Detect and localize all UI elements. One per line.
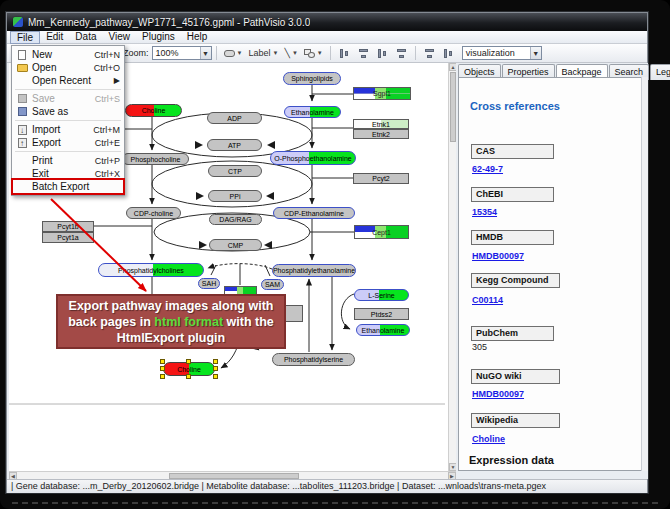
pathway-node-sah[interactable]: SAH <box>198 278 220 289</box>
pathway-node-etnk2[interactable]: Etnk2 <box>353 129 409 139</box>
stack-vertical-icon[interactable] <box>423 47 436 60</box>
crossref-link-hmdb00097[interactable]: HMDB00097 <box>472 251 524 261</box>
pathway-node-choline-top[interactable]: Choline <box>125 104 182 117</box>
file-menu-item-open-recent[interactable]: Open Recent▶ <box>13 74 123 87</box>
pathway-node-pcyt1b[interactable]: Pcyt1b <box>42 221 94 232</box>
pathway-node-ethanolamine-top[interactable]: Ethanolamine <box>284 106 341 118</box>
crossref-source-kegg-compound: Kegg Compound <box>471 273 560 288</box>
menubar-item-help[interactable]: Help <box>181 31 214 43</box>
pathway-node-gene-hidden-2[interactable] <box>285 305 303 322</box>
menubar-item-view[interactable]: View <box>102 31 136 43</box>
align-center-vertical-icon[interactable] <box>338 47 351 60</box>
line-tool-button[interactable]: ╲▼ <box>281 46 300 61</box>
selection-handle[interactable] <box>213 359 218 364</box>
pathway-node-pcyt2[interactable]: Pcyt2 <box>353 173 409 184</box>
file-menu-item-save-as[interactable]: Save as <box>13 105 123 118</box>
menu-icon-spacer <box>15 155 29 167</box>
file-menu-item-exit[interactable]: ExitCtrl+X <box>13 167 123 180</box>
file-menu-item-batch-export[interactable]: Batch Export <box>13 180 123 193</box>
pathway-node-sam[interactable]: SAM <box>261 279 284 290</box>
file-menu-item-open[interactable]: OpenCtrl+O <box>13 61 123 74</box>
selection-handle[interactable] <box>213 366 218 371</box>
pathway-node-ptdss2[interactable]: Ptdss2 <box>354 308 409 320</box>
pathway-node-sgpl1[interactable]: Sgpl1 <box>353 87 411 100</box>
file-menu-item-import[interactable]: ↓ImportCtrl+M <box>13 123 123 136</box>
chevron-down-icon[interactable]: ▼ <box>273 50 279 56</box>
menu-item-label: Batch Export <box>32 181 120 192</box>
pathway-node-o-phosphoethanolamine[interactable]: O-Phosphoethanolamine <box>270 151 356 165</box>
pathway-node-adp[interactable]: ADP <box>207 112 262 124</box>
pathway-node-etnk1[interactable]: Etnk1 <box>353 119 409 129</box>
menu-separator <box>15 89 121 90</box>
distribute-vertical-icon[interactable] <box>395 47 408 60</box>
pathway-node-ctp[interactable]: CTP <box>208 165 262 177</box>
selection-handle[interactable] <box>160 374 165 379</box>
title-bar[interactable]: Mm_Kennedy_pathway_WP1771_45176.gpml - P… <box>7 13 647 31</box>
pathway-node-phosphocholine[interactable]: Phosphocholine <box>122 153 189 165</box>
file-menu-item-print[interactable]: PrintCtrl+P <box>13 154 123 167</box>
stack-horizontal-icon[interactable] <box>442 47 455 60</box>
pathway-node-cept1[interactable]: Cept1 <box>354 225 409 239</box>
align-center-horizontal-icon[interactable] <box>357 47 370 60</box>
canvas-vertical-scrollbar[interactable]: ▲ ▼ <box>448 63 456 471</box>
file-menu-item-export[interactable]: ↑ExportCtrl+E <box>13 136 123 149</box>
crossref-link-15354[interactable]: 15354 <box>472 207 497 217</box>
menu-icon-spacer <box>15 181 29 193</box>
pathway-node-phosphatidylserine[interactable]: Phosphatidylserine <box>272 353 355 366</box>
chevron-down-icon[interactable]: ▼ <box>292 50 298 56</box>
backpage-panel: Cross references Expression data CAS62-4… <box>458 77 646 471</box>
menu-separator <box>15 151 121 152</box>
panel-scrollbar[interactable] <box>641 77 648 471</box>
pathway-node-cdp-choline[interactable]: CDP-choline <box>126 207 181 219</box>
pathway-node-dag-rag[interactable]: DAG/RAG <box>209 214 262 225</box>
pathway-node-ethanolamine-bottom[interactable]: Ethanolamine <box>356 324 410 336</box>
menu-item-shortcut: Ctrl+X <box>95 169 120 179</box>
chevron-down-icon[interactable]: ▼ <box>200 47 211 59</box>
shape-tool-button[interactable]: ▼ <box>301 46 326 61</box>
crossref-link-hmdb00097[interactable]: HMDB00097 <box>472 389 524 399</box>
pathway-node-phosphatidylcholines[interactable]: Phosphatidylcholines <box>98 263 204 277</box>
distribute-horizontal-icon[interactable] <box>376 47 389 60</box>
menubar-item-file[interactable]: File <box>10 31 40 44</box>
chevron-down-icon[interactable]: ▼ <box>237 50 243 56</box>
visualization-combobox[interactable]: visualization ▼ <box>462 46 542 60</box>
selection-handle[interactable] <box>186 359 191 364</box>
crossref-source-pubchem: PubChem <box>471 326 554 341</box>
canvas-horizontal-scrollbar[interactable]: ◀ ▶ <box>9 471 456 479</box>
menu-bar: FileEditDataViewPluginsHelp <box>7 31 647 44</box>
selection-handle[interactable] <box>186 374 191 379</box>
status-bar: | Gene database: ...m_Derby_20120602.bri… <box>7 479 647 493</box>
menu-icon-spacer <box>15 168 29 180</box>
pathway-node-pcyt1a[interactable]: Pcyt1a <box>42 232 94 243</box>
crossref-link-c00114[interactable]: C00114 <box>472 295 503 305</box>
label-tool-button[interactable]: Label▼ <box>245 46 281 61</box>
crossref-link-choline[interactable]: Choline <box>472 434 505 444</box>
menubar-item-plugins[interactable]: Plugins <box>136 31 181 43</box>
pathway-node-cmp[interactable]: CMP <box>209 239 262 251</box>
crossref-source-chebi: ChEBI <box>471 187 554 202</box>
tab-legend[interactable]: Legend <box>650 64 670 80</box>
datanode-tool-button[interactable]: ▼ <box>221 46 246 61</box>
file-menu-item-save[interactable]: SaveCtrl+S <box>13 92 123 105</box>
pathway-node-atp[interactable]: ATP <box>207 139 262 151</box>
menu-item-label: Export <box>32 137 95 148</box>
pathway-node-ppi[interactable]: PPi <box>208 190 262 202</box>
pathway-node-phosphatidylethanolamine[interactable]: Phosphatidylethanolamine <box>272 264 356 277</box>
datanode-icon <box>224 50 235 57</box>
selection-handle[interactable] <box>160 359 165 364</box>
crossref-source-wikipedia: Wikipedia <box>471 413 560 428</box>
crossref-link-62-49-7[interactable]: 62-49-7 <box>472 164 503 174</box>
chevron-down-icon[interactable]: ▼ <box>530 47 541 59</box>
crossref-source-cas: CAS <box>471 144 554 159</box>
pathway-node-l-serine[interactable]: L-Serine <box>354 289 409 301</box>
zoom-combobox[interactable]: 100% ▼ <box>152 46 212 60</box>
pathway-node-sphingolipids[interactable]: Sphingolipids <box>283 72 341 85</box>
pathway-node-cdp-ethanolamine[interactable]: CDP-Ethanolamine <box>273 207 355 219</box>
menubar-item-edit[interactable]: Edit <box>40 31 69 43</box>
chevron-down-icon[interactable]: ▼ <box>317 50 323 56</box>
selection-handle[interactable] <box>213 374 218 379</box>
file-menu-item-new[interactable]: NewCtrl+N <box>13 48 123 61</box>
menubar-item-data[interactable]: Data <box>69 31 102 43</box>
side-panel: ObjectsPropertiesBackpageSearchLegend Cr… <box>456 63 648 479</box>
selection-handle[interactable] <box>160 366 165 371</box>
